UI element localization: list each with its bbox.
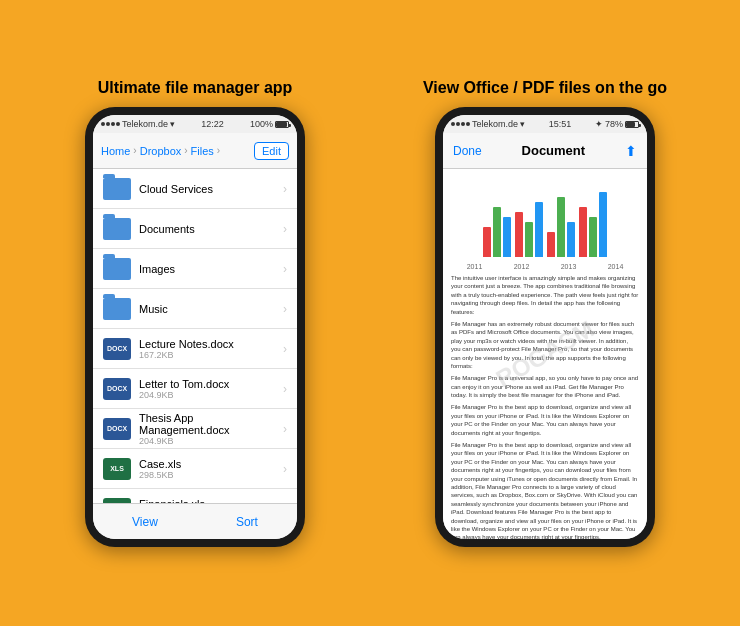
- status-right: 100%: [250, 119, 289, 129]
- status-right-2: ✦ 78%: [595, 119, 639, 129]
- view-button[interactable]: View: [132, 515, 158, 529]
- battery-icon-2: [625, 121, 639, 128]
- file-size: 204.9KB: [139, 436, 283, 446]
- battery-icon: [275, 121, 289, 128]
- battery-percent: 100%: [250, 119, 273, 129]
- left-status-bar: Telekom.de ▾ 12:22 100%: [93, 115, 297, 133]
- list-item[interactable]: DOCX Lecture Notes.docx 167.2KB ›: [93, 329, 297, 369]
- doc-text: The intuitive user interface is amazingl…: [451, 274, 639, 539]
- status-left-2: Telekom.de ▾: [451, 119, 525, 129]
- files-link[interactable]: Files: [191, 145, 214, 157]
- home-link[interactable]: Home: [101, 145, 130, 157]
- edit-button[interactable]: Edit: [254, 142, 289, 160]
- doc-content: ROGASM: [443, 169, 647, 539]
- bar-blue-2: [535, 202, 543, 257]
- file-info: Letter to Tom.docx 204.9KB: [139, 378, 283, 400]
- bar-green-1: [493, 207, 501, 257]
- chart-year-4: 2014: [608, 263, 624, 270]
- doc-nav-bar: Done Document ⬆: [443, 133, 647, 169]
- chevron-right-icon: ›: [283, 462, 287, 476]
- signal-icon-2: [451, 122, 470, 126]
- file-name: Documents: [139, 223, 283, 235]
- chevron-icon: ›: [133, 145, 136, 156]
- bottom-toolbar: View Sort: [93, 503, 297, 539]
- chart-year-3: 2013: [561, 263, 577, 270]
- chevron-right-icon: ›: [283, 302, 287, 316]
- file-name: Images: [139, 263, 283, 275]
- bar-red-2: [515, 212, 523, 257]
- right-phone: Telekom.de ▾ 15:51 ✦ 78% Done Doc: [435, 107, 655, 547]
- wifi-icon: ▾: [170, 119, 175, 129]
- time-label-2: 15:51: [549, 119, 572, 129]
- right-panel: View Office / PDF files on the go Teleko…: [380, 79, 710, 547]
- left-title: Ultimate file manager app: [98, 79, 293, 97]
- file-info: Documents: [139, 223, 283, 235]
- chevron-right-icon: ›: [283, 182, 287, 196]
- bluetooth-icon: ✦: [595, 119, 603, 129]
- right-phone-screen: Telekom.de ▾ 15:51 ✦ 78% Done Doc: [443, 115, 647, 539]
- done-button[interactable]: Done: [453, 144, 482, 158]
- left-phone-screen: Telekom.de ▾ 12:22 100% Home ›: [93, 115, 297, 539]
- bar-red-3: [547, 232, 555, 257]
- bar-green-3: [557, 197, 565, 257]
- xls-badge: XLS: [103, 458, 131, 480]
- docx-badge: DOCX: [103, 338, 131, 360]
- right-title: View Office / PDF files on the go: [423, 79, 667, 97]
- file-info: Case.xls 298.5KB: [139, 458, 283, 480]
- list-item[interactable]: Cloud Services ›: [93, 169, 297, 209]
- file-name: Lecture Notes.docx: [139, 338, 283, 350]
- file-name: Music: [139, 303, 283, 315]
- file-name: Cloud Services: [139, 183, 283, 195]
- carrier-label-2: Telekom.de: [472, 119, 518, 129]
- bar-green-2: [525, 222, 533, 257]
- file-info: Thesis App Management.docx 204.9KB: [139, 412, 283, 446]
- file-info: Images: [139, 263, 283, 275]
- bar-blue-3: [567, 222, 575, 257]
- bar-blue-4: [599, 192, 607, 257]
- signal-icon: [101, 122, 120, 126]
- chevron-right-icon: ›: [283, 382, 287, 396]
- chevron-right-icon: ›: [283, 262, 287, 276]
- left-panel: Ultimate file manager app Telekom.de ▾: [30, 79, 360, 547]
- folder-icon: [103, 258, 131, 280]
- list-item[interactable]: Documents ›: [93, 209, 297, 249]
- docx-badge: DOCX: [103, 418, 131, 440]
- doc-title: Document: [522, 143, 586, 158]
- list-item[interactable]: Images ›: [93, 249, 297, 289]
- share-icon[interactable]: ⬆: [625, 143, 637, 159]
- chevron-right-icon: ›: [283, 342, 287, 356]
- list-item[interactable]: XLS Financials.xls 298.5KB ›: [93, 489, 297, 503]
- list-item[interactable]: DOCX Letter to Tom.docx 204.9KB ›: [93, 369, 297, 409]
- chart-group-2: [515, 202, 543, 257]
- file-size: 167.2KB: [139, 350, 283, 360]
- bar-red-1: [483, 227, 491, 257]
- list-item[interactable]: XLS Case.xls 298.5KB ›: [93, 449, 297, 489]
- list-item[interactable]: Music ›: [93, 289, 297, 329]
- bar-red-4: [579, 207, 587, 257]
- wifi-icon-2: ▾: [520, 119, 525, 129]
- chart-group-3: [547, 197, 575, 257]
- chart-group-1: [483, 207, 511, 257]
- chevron-right-icon: ›: [283, 222, 287, 236]
- list-item[interactable]: DOCX Thesis App Management.docx 204.9KB …: [93, 409, 297, 449]
- chevron-icon-3: ›: [217, 145, 220, 156]
- file-name: Thesis App Management.docx: [139, 412, 283, 436]
- status-left: Telekom.de ▾: [101, 119, 175, 129]
- chart-year-1: 2011: [467, 263, 483, 270]
- chart-labels: 2011 2012 2013 2014: [451, 263, 639, 270]
- file-info: Cloud Services: [139, 183, 283, 195]
- file-name: Letter to Tom.docx: [139, 378, 283, 390]
- file-size: 298.5KB: [139, 470, 283, 480]
- file-info: Lecture Notes.docx 167.2KB: [139, 338, 283, 360]
- chart-group-4: [579, 192, 607, 257]
- dropbox-link[interactable]: Dropbox: [140, 145, 182, 157]
- file-size: 204.9KB: [139, 390, 283, 400]
- time-label: 12:22: [201, 119, 224, 129]
- right-status-bar: Telekom.de ▾ 15:51 ✦ 78%: [443, 115, 647, 133]
- battery-percent-2: 78%: [605, 119, 623, 129]
- doc-paragraph-3: File Manager Pro is a universal app, so …: [451, 374, 639, 399]
- docx-badge: DOCX: [103, 378, 131, 400]
- doc-paragraph-5: File Manager Pro is the best app to down…: [451, 441, 639, 539]
- folder-icon: [103, 218, 131, 240]
- sort-button[interactable]: Sort: [236, 515, 258, 529]
